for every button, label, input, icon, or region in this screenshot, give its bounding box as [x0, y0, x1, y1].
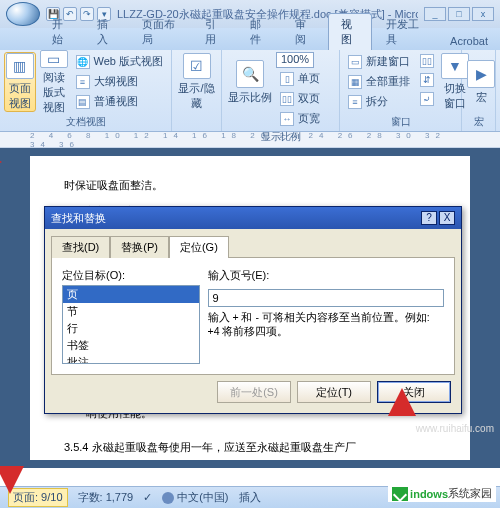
goto-target-listbox[interactable]: 页 节 行 书签 批注 脚注	[62, 285, 200, 364]
side-by-side-icon: ▯▯	[420, 54, 434, 68]
find-replace-dialog: 查找和替换 ? X 查找(D) 替换(P) 定位(G) 定位目标(O): 页 节…	[44, 206, 462, 414]
tab-goto[interactable]: 定位(G)	[169, 236, 229, 258]
tab-view[interactable]: 视图	[328, 13, 373, 50]
zoom-percent[interactable]: 100%	[276, 52, 314, 68]
tab-page-layout[interactable]: 页面布局	[130, 14, 192, 50]
group-window: ▭新建窗口 ▦全部重排 ≡拆分 ▯▯ ⇵ ⤾ ▼ 切换窗口 窗口	[340, 50, 462, 131]
dialog-body: 定位目标(O): 页 节 行 书签 批注 脚注 输入页号(E): 输入 + 和 …	[51, 257, 455, 375]
reading-layout-button[interactable]: ▭ 阅读版式视图	[38, 52, 70, 112]
tab-insert[interactable]: 插入	[85, 14, 128, 50]
status-language[interactable]: 中文(中国)	[162, 490, 228, 505]
tab-home[interactable]: 开始	[40, 14, 83, 50]
status-word-count[interactable]: 字数: 1,779	[78, 490, 134, 505]
page-number-label: 输入页号(E):	[208, 268, 444, 283]
macros-button[interactable]: ▶ 宏	[466, 52, 496, 112]
page-width-icon: ↔	[280, 112, 294, 126]
ribbon-tabs: 开始 插入 页面布局 引用 邮件 审阅 视图 开发工具 Acrobat	[0, 28, 500, 50]
tab-replace[interactable]: 替换(P)	[110, 236, 169, 258]
goto-hint: 输入 + 和 - 可将相关内容移至当前位置。例如: +4 将前移四项。	[208, 311, 444, 338]
print-layout-button[interactable]: ▥ 页面视图	[4, 52, 36, 112]
office-button[interactable]	[6, 2, 40, 26]
watermark-logo: indows系统家园	[388, 485, 496, 502]
macros-icon: ▶	[467, 60, 495, 88]
ribbon: ▥ 页面视图 ▭ 阅读版式视图 🌐Web 版式视图 ≡大纲视图 ▤普通视图 文档…	[0, 50, 500, 132]
draft-icon: ▤	[76, 95, 90, 109]
annotation-arrow-icon	[0, 148, 2, 176]
view-small-buttons: 🌐Web 版式视图 ≡大纲视图 ▤普通视图	[72, 52, 167, 111]
group-macros: ▶ 宏 宏	[462, 50, 496, 131]
previous-button: 前一处(S)	[217, 381, 291, 403]
outline-button[interactable]: ≡大纲视图	[72, 72, 167, 91]
group-document-views: ▥ 页面视图 ▭ 阅读版式视图 🌐Web 版式视图 ≡大纲视图 ▤普通视图 文档…	[0, 50, 172, 131]
split-icon: ≡	[348, 95, 362, 109]
dialog-close-button[interactable]: X	[439, 211, 455, 225]
list-item[interactable]: 书签	[63, 337, 199, 354]
annotation-arrow-icon	[388, 388, 416, 416]
dialog-help-button[interactable]: ?	[421, 211, 437, 225]
group-zoom: 🔍 显示比例 100% ▯单页 ▯▯双页 ↔页宽 显示比例	[222, 50, 340, 131]
page-number-input[interactable]	[208, 289, 444, 307]
tab-developer[interactable]: 开发工具	[374, 14, 436, 50]
two-pages-icon: ▯▯	[280, 92, 294, 106]
status-insert-mode[interactable]: 插入	[239, 490, 261, 505]
reset-window-icon: ⤾	[420, 92, 434, 106]
close-button[interactable]: x	[472, 7, 494, 21]
tab-mailings[interactable]: 邮件	[238, 14, 281, 50]
two-pages-button[interactable]: ▯▯双页	[276, 89, 324, 108]
watermark-url: www.ruihaifu.com	[416, 423, 494, 434]
print-layout-icon: ▥	[6, 53, 34, 79]
group-show-hide: ☑ 显示/隐藏	[172, 50, 222, 131]
page-width-button[interactable]: ↔页宽	[276, 109, 324, 128]
reading-layout-icon: ▭	[40, 50, 68, 68]
doc-text: 时保证吸盘面整洁。	[64, 174, 436, 196]
arrange-all-button[interactable]: ▦全部重排	[344, 72, 414, 91]
tab-acrobat[interactable]: Acrobat	[438, 32, 500, 50]
dialog-title-bar[interactable]: 查找和替换 ? X	[45, 207, 461, 229]
list-item[interactable]: 批注	[63, 354, 199, 364]
web-layout-icon: 🌐	[76, 55, 90, 69]
sync-scroll-button[interactable]: ⇵	[416, 71, 438, 89]
one-page-icon: ▯	[280, 72, 294, 86]
language-icon	[162, 492, 174, 504]
tab-references[interactable]: 引用	[193, 14, 236, 50]
tab-find[interactable]: 查找(D)	[51, 236, 110, 258]
doc-text: 3.5.4 永磁起重吸盘每使用一年，应送至永磁起重吸盘生产厂	[64, 436, 436, 458]
outline-icon: ≡	[76, 75, 90, 89]
zoom-icon: 🔍	[236, 60, 264, 88]
show-hide-icon: ☑	[183, 53, 211, 79]
list-item[interactable]: 行	[63, 320, 199, 337]
group-label: 文档视图	[4, 113, 167, 129]
list-item[interactable]: 节	[63, 303, 199, 320]
web-layout-button[interactable]: 🌐Web 版式视图	[72, 52, 167, 71]
goto-button[interactable]: 定位(T)	[297, 381, 371, 403]
group-label: 窗口	[344, 113, 457, 129]
dialog-tabs: 查找(D) 替换(P) 定位(G)	[45, 229, 461, 257]
zoom-button[interactable]: 🔍 显示比例	[226, 52, 274, 112]
group-label: 显示比例	[226, 128, 335, 144]
proof-check-icon: ✓	[143, 491, 152, 504]
goto-target-label: 定位目标(O):	[62, 268, 200, 283]
dialog-title: 查找和替换	[51, 211, 106, 226]
split-button[interactable]: ≡拆分	[344, 92, 414, 111]
group-label: 宏	[466, 113, 491, 129]
new-window-icon: ▭	[348, 55, 362, 69]
reset-window-button[interactable]: ⤾	[416, 90, 438, 108]
status-proofing[interactable]: ✓	[143, 491, 152, 504]
maximize-button[interactable]: □	[448, 7, 470, 21]
tab-review[interactable]: 审阅	[283, 14, 326, 50]
annotation-arrow-icon	[0, 466, 24, 494]
list-item[interactable]: 页	[63, 286, 199, 303]
arrange-all-icon: ▦	[348, 75, 362, 89]
view-side-by-side-button[interactable]: ▯▯	[416, 52, 438, 70]
sync-scroll-icon: ⇵	[420, 73, 434, 87]
windows-flag-icon	[392, 487, 408, 501]
show-hide-button[interactable]: ☑ 显示/隐藏	[176, 52, 217, 112]
draft-button[interactable]: ▤普通视图	[72, 92, 167, 111]
new-window-button[interactable]: ▭新建窗口	[344, 52, 414, 71]
one-page-button[interactable]: ▯单页	[276, 69, 324, 88]
